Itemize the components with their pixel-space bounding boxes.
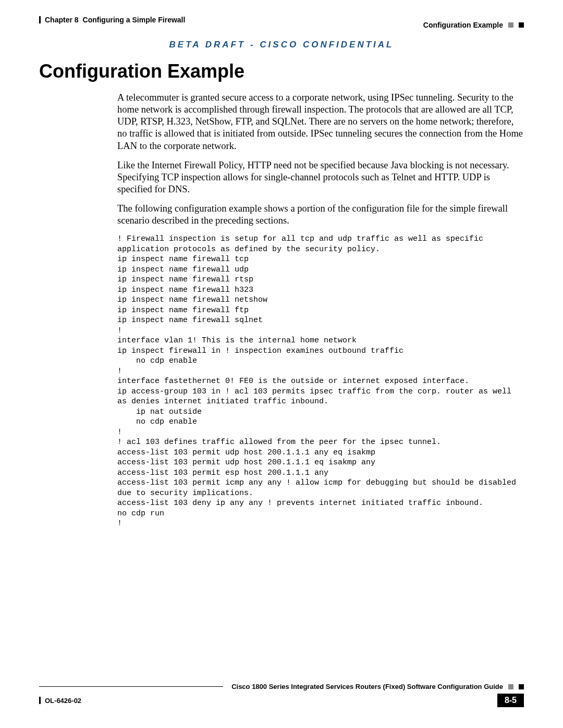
square-icon <box>519 684 524 689</box>
header-left: Chapter 8 Configuring a Simple Firewall <box>39 16 185 24</box>
header-section: Configuration Example <box>423 21 524 29</box>
code-block: ! Firewall inspection is setup for all t… <box>117 234 524 529</box>
chapter-title: Configuring a Simple Firewall <box>83 16 186 24</box>
header-rule-icon <box>39 16 41 23</box>
footer-guide-line: Cisco 1800 Series Integrated Services Ro… <box>39 683 524 692</box>
paragraph: A telecommuter is granted secure access … <box>117 92 524 152</box>
footer-guide: Cisco 1800 Series Integrated Services Ro… <box>231 683 503 690</box>
square-icon <box>508 22 513 28</box>
footer-left: OL-6426-02 <box>39 697 81 705</box>
body-text: A telecommuter is granted secure access … <box>117 92 524 227</box>
chapter-label: Chapter 8 <box>45 16 79 24</box>
square-icon <box>508 684 513 689</box>
paragraph: Like the Internet Firewall Policy, HTTP … <box>117 159 524 195</box>
doc-id: OL-6426-02 <box>45 697 81 705</box>
section-title: Configuration Example <box>423 21 503 29</box>
page-footer: Cisco 1800 Series Integrated Services Ro… <box>39 683 524 707</box>
page-title: Configuration Example <box>39 60 524 82</box>
square-icon <box>519 22 524 28</box>
footer-bottom: OL-6426-02 8-5 <box>39 694 524 707</box>
header-right: Configuration Example <box>423 16 524 29</box>
page-header: Chapter 8 Configuring a Simple Firewall … <box>39 16 524 30</box>
footer-rule-icon <box>39 686 223 687</box>
page-number: 8-5 <box>497 694 524 707</box>
footer-rule-icon <box>39 697 41 704</box>
paragraph: The following configuration example show… <box>117 203 524 227</box>
draft-notice: BETA DRAFT - CISCO CONFIDENTIAL <box>39 40 524 50</box>
